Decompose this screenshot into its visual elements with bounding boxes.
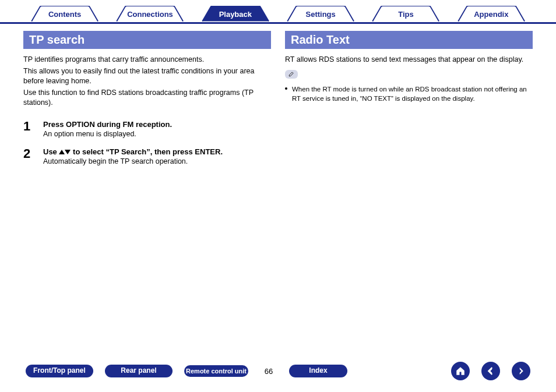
triangle-up-icon bbox=[59, 150, 65, 154]
tab-playback[interactable]: Playback bbox=[194, 6, 277, 22]
step-number: 2 bbox=[23, 146, 35, 161]
tab-settings[interactable]: Settings bbox=[279, 6, 362, 22]
step: 2 Use to select “TP Search”, then press … bbox=[23, 146, 271, 165]
step-heading: Use to select “TP Search”, then press EN… bbox=[43, 147, 271, 156]
top-tabs: Contents Connections Playback Settings T… bbox=[0, 0, 556, 24]
rear-panel-button[interactable]: Rear panel bbox=[105, 365, 173, 377]
index-button[interactable]: Index bbox=[289, 365, 347, 377]
triangle-down-icon bbox=[65, 150, 71, 154]
prev-page-button[interactable] bbox=[481, 362, 500, 380]
tab-label: Contents bbox=[23, 6, 106, 22]
step: 1 Press OPTION during FM reception. An o… bbox=[23, 119, 271, 138]
step-subtext: An option menu is displayed. bbox=[43, 130, 271, 138]
right-column: Radio Text RT allows RDS stations to sen… bbox=[285, 31, 533, 174]
home-button[interactable] bbox=[451, 362, 470, 380]
tab-label: Appendix bbox=[450, 6, 533, 22]
content-area: TP search TP identifies programs that ca… bbox=[0, 24, 556, 174]
step-heading-suffix: to select “TP Search”, then press ENTER. bbox=[71, 147, 223, 156]
tab-label: Tips bbox=[364, 6, 447, 22]
next-page-button[interactable] bbox=[512, 362, 530, 380]
step-number: 1 bbox=[23, 119, 35, 134]
tab-label: Settings bbox=[279, 6, 362, 22]
note-bullet: When the RT mode is turned on while an R… bbox=[285, 84, 533, 103]
body-text: RT allows RDS stations to send text mess… bbox=[285, 55, 533, 65]
body-text: This allows you to easily find out the l… bbox=[23, 66, 271, 87]
body-text: TP identifies programs that carry traffi… bbox=[23, 55, 271, 65]
step-heading: Press OPTION during FM reception. bbox=[43, 120, 271, 129]
tab-connections[interactable]: Connections bbox=[108, 6, 191, 22]
tab-appendix[interactable]: Appendix bbox=[450, 6, 533, 22]
remote-control-unit-button[interactable]: Remote control unit bbox=[184, 365, 248, 377]
page-number: 66 bbox=[260, 367, 277, 376]
step-heading-prefix: Use bbox=[43, 147, 59, 156]
body-text: Use this function to find RDS stations b… bbox=[23, 88, 271, 108]
tab-tips[interactable]: Tips bbox=[364, 6, 447, 22]
left-column: TP search TP identifies programs that ca… bbox=[23, 31, 271, 174]
step-subtext: Automatically begin the TP search operat… bbox=[43, 157, 271, 165]
front-top-panel-button[interactable]: Front/Top panel bbox=[26, 365, 93, 377]
bottom-bar: Front/Top panel Rear panel Remote contro… bbox=[26, 362, 530, 380]
tab-label: Connections bbox=[108, 6, 191, 22]
pencil-note-icon bbox=[285, 70, 298, 79]
tab-label: Playback bbox=[194, 6, 277, 22]
tab-contents[interactable]: Contents bbox=[23, 6, 106, 22]
steps-list: 1 Press OPTION during FM reception. An o… bbox=[23, 119, 271, 165]
section-title-tp-search: TP search bbox=[23, 31, 271, 49]
section-title-radio-text: Radio Text bbox=[285, 31, 533, 49]
